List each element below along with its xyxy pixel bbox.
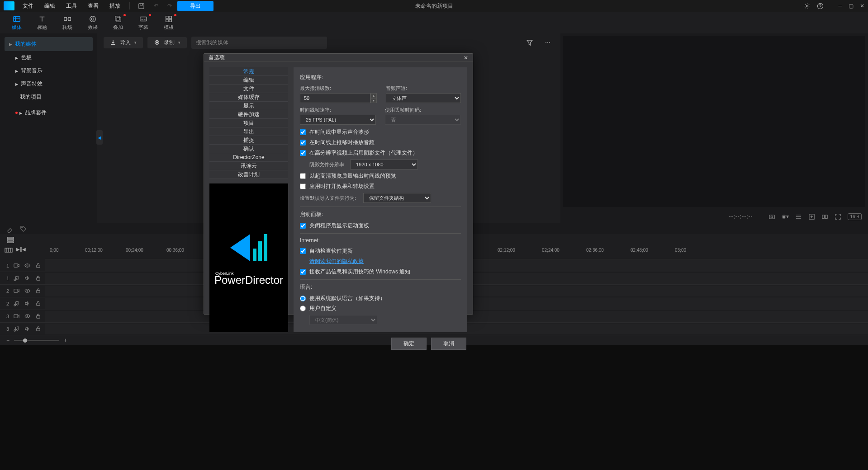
pref-category-9[interactable]: 确认 bbox=[209, 145, 288, 153]
dropframe-label: 使用丢帧时间码: bbox=[385, 107, 461, 113]
import-behavior-select[interactable]: 保留文件夹结构 bbox=[363, 193, 431, 203]
preference-categories: 常规编辑文件媒体缓存显示硬件加速项目导出捕捉确认DirectorZone讯连云改… bbox=[209, 67, 288, 179]
pref-category-2[interactable]: 文件 bbox=[209, 85, 288, 93]
import-behavior-label: 设置默认导入文件夹行为: bbox=[300, 195, 359, 202]
undo-levels-label: 最大撤消级数: bbox=[300, 85, 377, 92]
checkbox-uhd-preview[interactable]: 以超高清预览质量输出时间线的预览 bbox=[300, 172, 461, 180]
dialog-close-button[interactable]: ✕ bbox=[464, 55, 468, 61]
shadow-res-label: 阴影文件分辨率: bbox=[309, 161, 346, 168]
section-application: 应用程序: bbox=[300, 74, 461, 81]
checkbox-shadow-file[interactable]: 在高分辨率视频上启用阴影文件（代理文件） bbox=[300, 149, 461, 157]
fps-label: 时间线帧速率: bbox=[300, 107, 376, 113]
pref-category-0[interactable]: 常规 bbox=[209, 67, 288, 76]
checkbox-windows-notifications[interactable]: 接收产品信息和实用技巧的 Windows 通知 bbox=[300, 268, 461, 276]
audio-channel-select[interactable]: 立体声 bbox=[386, 93, 461, 103]
checkbox-open-fx-settings[interactable]: 应用时打开效果和转场设置 bbox=[300, 183, 461, 190]
radio-system-language[interactable]: 使用系统默认语言（如果支持） bbox=[300, 295, 461, 302]
checkbox-auto-update[interactable]: 自动检查软件更新 bbox=[300, 247, 461, 255]
pref-category-11[interactable]: 讯连云 bbox=[209, 162, 288, 170]
spin-up[interactable]: ▲ bbox=[370, 93, 377, 98]
pref-category-5[interactable]: 硬件加速 bbox=[209, 110, 288, 119]
pref-category-1[interactable]: 编辑 bbox=[209, 76, 288, 85]
ok-button[interactable]: 确定 bbox=[391, 338, 427, 350]
undo-levels-input[interactable]: ▲▼ bbox=[300, 93, 377, 103]
checkbox-scrub-audio[interactable]: 在时间线上推移时播放音频 bbox=[300, 139, 461, 146]
dialog-title: 首选项 bbox=[209, 54, 225, 61]
section-internet: Internet: bbox=[300, 237, 461, 244]
checkbox-show-launch-panel[interactable]: 关闭程序后显示启动面板 bbox=[300, 222, 461, 230]
pref-category-10[interactable]: DirectorZone bbox=[209, 153, 288, 162]
pref-category-3[interactable]: 媒体缓存 bbox=[209, 93, 288, 102]
section-language: 语言: bbox=[300, 283, 461, 291]
dropframe-select: 否 bbox=[385, 115, 461, 125]
pref-category-12[interactable]: 改善计划 bbox=[209, 170, 288, 179]
pref-category-8[interactable]: 捕捉 bbox=[209, 136, 288, 145]
preferences-dialog: 首选项 ✕ 常规编辑文件媒体缓存显示硬件加速项目导出捕捉确认DirectorZo… bbox=[204, 53, 473, 315]
spin-down[interactable]: ▼ bbox=[370, 98, 377, 103]
audio-channel-label: 音频声道: bbox=[386, 85, 461, 92]
privacy-policy-link[interactable]: 请阅读我们的隐私政策 bbox=[309, 258, 461, 265]
shadow-res-select[interactable]: 1920 x 1080 bbox=[350, 160, 418, 169]
powerdirector-logo: CyberLinkPowerDirector bbox=[209, 183, 288, 332]
cancel-button[interactable]: 取消 bbox=[431, 338, 466, 350]
checkbox-waveform[interactable]: 在时间线中显示声音波形 bbox=[300, 128, 461, 136]
fps-select[interactable]: 25 FPS (PAL) bbox=[300, 115, 376, 125]
language-select: 中文(简体) bbox=[309, 315, 377, 325]
pref-category-7[interactable]: 导出 bbox=[209, 127, 288, 136]
pref-category-4[interactable]: 显示 bbox=[209, 102, 288, 110]
pref-category-6[interactable]: 项目 bbox=[209, 119, 288, 127]
section-launch: 启动面板: bbox=[300, 211, 461, 218]
radio-custom-language[interactable]: 用户自定义 bbox=[300, 305, 461, 312]
